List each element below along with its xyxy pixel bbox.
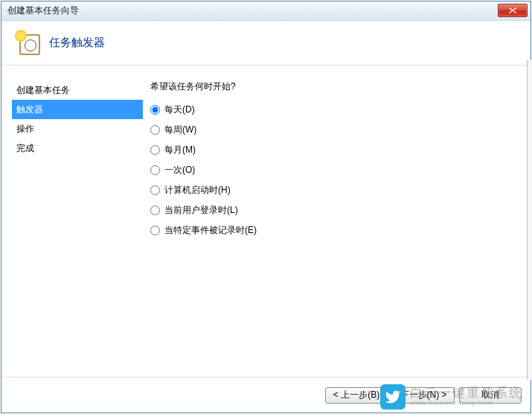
trigger-option-logon[interactable]: 当前用户登录时(L) bbox=[150, 204, 531, 217]
wizard-steps-sidebar: 创建基本任务 触发器 操作 完成 bbox=[1, 66, 143, 377]
close-button[interactable] bbox=[498, 4, 528, 17]
radio-monthly[interactable] bbox=[150, 145, 160, 155]
radio-event-label[interactable]: 当特定事件被记录时(E) bbox=[164, 224, 257, 237]
wizard-window: 创建基本任务向导 任务触发器 创建基本任务 触发器 操作 完成 希望该任务何时开… bbox=[1, 1, 531, 413]
trigger-option-weekly[interactable]: 每周(W) bbox=[150, 124, 531, 136]
radio-event[interactable] bbox=[150, 226, 160, 235]
sidebar-step-trigger[interactable]: 触发器 bbox=[12, 100, 143, 119]
wizard-header: 任务触发器 bbox=[1, 21, 531, 66]
next-button[interactable]: 下一步(N) > bbox=[392, 387, 455, 404]
radio-once[interactable] bbox=[150, 165, 160, 175]
cancel-button[interactable]: 取消 bbox=[459, 387, 522, 404]
radio-startup-label[interactable]: 计算机启动时(H) bbox=[164, 184, 231, 197]
window-title: 创建基本任务向导 bbox=[7, 4, 79, 17]
close-icon bbox=[508, 7, 517, 14]
page-edge bbox=[527, 60, 532, 380]
trigger-option-daily[interactable]: 每天(D) bbox=[150, 104, 531, 116]
titlebar: 创建基本任务向导 bbox=[1, 1, 531, 21]
trigger-option-event[interactable]: 当特定事件被记录时(E) bbox=[150, 224, 531, 237]
page-title: 任务触发器 bbox=[49, 36, 105, 50]
wizard-footer: < 上一步(B) 下一步(N) > 取消 白云一键重装系统 www.baiyun… bbox=[1, 377, 531, 413]
radio-startup[interactable] bbox=[150, 185, 160, 195]
radio-monthly-label[interactable]: 每月(M) bbox=[164, 144, 196, 156]
task-scheduler-icon bbox=[16, 31, 40, 55]
radio-weekly[interactable] bbox=[150, 125, 160, 135]
radio-once-label[interactable]: 一次(O) bbox=[164, 164, 195, 176]
trigger-prompt: 希望该任务何时开始? bbox=[150, 80, 531, 93]
wizard-main-panel: 希望该任务何时开始? 每天(D) 每周(W) 每月(M) 一次(O) 计算机启动… bbox=[143, 66, 531, 377]
radio-logon[interactable] bbox=[150, 206, 160, 215]
radio-daily-label[interactable]: 每天(D) bbox=[164, 104, 195, 116]
trigger-option-once[interactable]: 一次(O) bbox=[150, 164, 531, 176]
back-button[interactable]: < 上一步(B) bbox=[325, 387, 388, 404]
wizard-body: 创建基本任务 触发器 操作 完成 希望该任务何时开始? 每天(D) 每周(W) … bbox=[1, 66, 531, 377]
sidebar-step-finish[interactable]: 完成 bbox=[12, 139, 143, 158]
sidebar-step-action[interactable]: 操作 bbox=[12, 119, 143, 139]
radio-daily[interactable] bbox=[150, 105, 160, 115]
trigger-option-startup[interactable]: 计算机启动时(H) bbox=[150, 184, 531, 197]
radio-logon-label[interactable]: 当前用户登录时(L) bbox=[164, 204, 238, 217]
sidebar-step-create[interactable]: 创建基本任务 bbox=[12, 80, 143, 100]
trigger-option-monthly[interactable]: 每月(M) bbox=[150, 144, 531, 156]
radio-weekly-label[interactable]: 每周(W) bbox=[164, 124, 196, 136]
